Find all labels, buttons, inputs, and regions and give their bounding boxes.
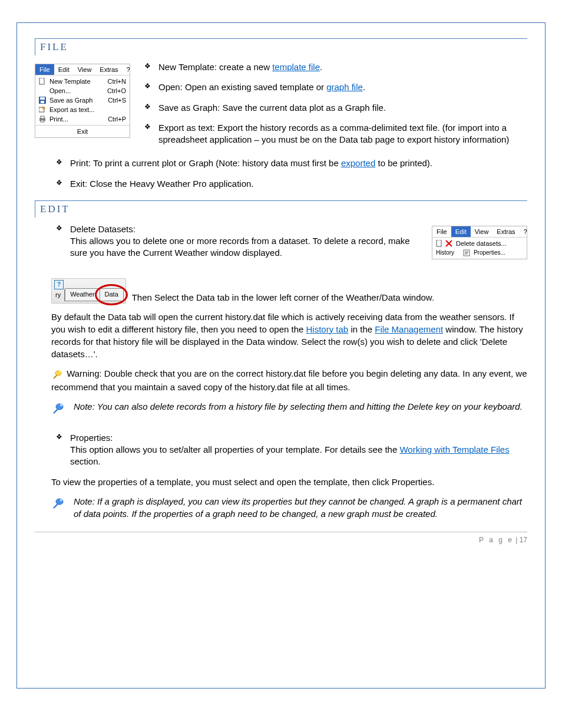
menu-edit[interactable]: Edit [54, 64, 74, 75]
link-working-with-template-files[interactable]: Working with Template Files [399, 444, 509, 454]
link-template-file[interactable]: template file [272, 62, 320, 72]
menu-item-delete-datasets[interactable]: Delete datasets... [432, 239, 527, 248]
menu-item-export-as-text[interactable]: Export as text... [35, 105, 130, 114]
delete-x-icon [445, 240, 452, 247]
svg-rect-3 [41, 101, 44, 103]
bullet-properties: Properties: This option allows you to se… [54, 432, 527, 468]
menu-item-new-template[interactable]: New Template Ctrl+N [35, 77, 130, 86]
menu-file-2[interactable]: File [432, 226, 451, 237]
properties-icon [463, 249, 470, 256]
section-heading-edit: EDIT [35, 200, 527, 218]
svg-rect-2 [40, 97, 45, 100]
link-history-tab[interactable]: History tab [306, 324, 349, 334]
help-icon: ? [54, 280, 64, 289]
menu-help-2[interactable]: ? [520, 226, 531, 237]
export-icon [39, 106, 46, 113]
menu-extras[interactable]: Extras [95, 64, 122, 75]
bullet-export-as-text: Export as text: Export the history recor… [142, 122, 527, 146]
print-icon [39, 116, 46, 123]
edit-menu-screenshot: File Edit View Extras ? Delete datasets.… [432, 226, 527, 259]
svg-rect-7 [41, 120, 44, 122]
link-graph-file[interactable]: graph file [326, 82, 363, 92]
bullet-save-as-graph: Save as Graph: Save the current data plo… [142, 102, 527, 114]
data-tab-paragraph: By default the Data tab will open the cu… [51, 311, 527, 360]
menubar: File Edit View Extras ? [35, 64, 130, 75]
pushpin-blue-icon-2 [51, 495, 67, 510]
note-delete-key: Note: You can also delete records from a… [74, 400, 523, 413]
svg-rect-6 [41, 116, 44, 118]
save-icon [39, 97, 46, 104]
menu-view[interactable]: View [74, 64, 96, 75]
page-footer: P a g e | 17 [35, 532, 527, 544]
tab-weather[interactable]: Weather [65, 288, 100, 301]
warning-paragraph: Warning: Double check that you are on th… [51, 367, 527, 393]
menu-help[interactable]: ? [123, 64, 134, 75]
page: FILE File Edit View Extras ? New Templat… [16, 22, 546, 689]
menu-edit-2[interactable]: Edit [451, 226, 471, 237]
new-file-icon-2 [436, 240, 443, 247]
menu-extras-2[interactable]: Extras [492, 226, 519, 237]
menu-item-properties[interactable]: History Properties... [432, 248, 527, 258]
menu-item-exit[interactable]: Exit [35, 127, 130, 136]
menu-item-save-as-graph[interactable]: Save as Graph Ctrl+S [35, 95, 130, 105]
note-graph-properties: Note: If a graph is displayed, you can v… [74, 495, 527, 520]
menu-file[interactable]: File [35, 64, 54, 75]
menu-item-open[interactable]: Open... Ctrl+O [35, 86, 130, 95]
tab-sentence: Then Select the Data tab in the lower le… [132, 292, 434, 302]
tab-data[interactable]: Data [100, 288, 124, 301]
menu-item-print[interactable]: Print... Ctrl+P [35, 114, 130, 124]
pushpin-blue-icon [51, 400, 67, 416]
menu-view-2[interactable]: View [471, 226, 493, 237]
tabs-screenshot: ? ry Weather Data [51, 278, 126, 304]
menubar-edit: File Edit View Extras ? [432, 226, 527, 238]
bullet-delete-datasets: Delete Datasets: This allows you to dele… [54, 223, 421, 259]
new-file-icon [39, 78, 46, 85]
link-file-management[interactable]: File Management [375, 324, 443, 334]
pushpin-yellow-icon [51, 368, 64, 381]
file-menu-screenshot: File Edit View Extras ? New Template Ctr… [35, 64, 130, 138]
bullet-open: Open: Open an existing saved template or… [142, 81, 527, 93]
svg-rect-8 [437, 240, 441, 246]
svg-point-15 [60, 499, 63, 502]
svg-point-13 [60, 403, 63, 406]
section-heading-file: FILE [35, 38, 527, 55]
bullet-exit: Exit: Close the Heavy Weather Pro applic… [54, 178, 527, 190]
bullet-new-template: New Template: create a new template file… [142, 61, 527, 73]
link-exported[interactable]: exported [341, 158, 375, 168]
svg-point-11 [59, 370, 61, 373]
bullet-print: Print: To print a current plot or Graph … [54, 157, 527, 169]
properties-view-paragraph: To view the properties of a template, yo… [51, 476, 527, 488]
tab-fragment: ry [54, 289, 65, 301]
